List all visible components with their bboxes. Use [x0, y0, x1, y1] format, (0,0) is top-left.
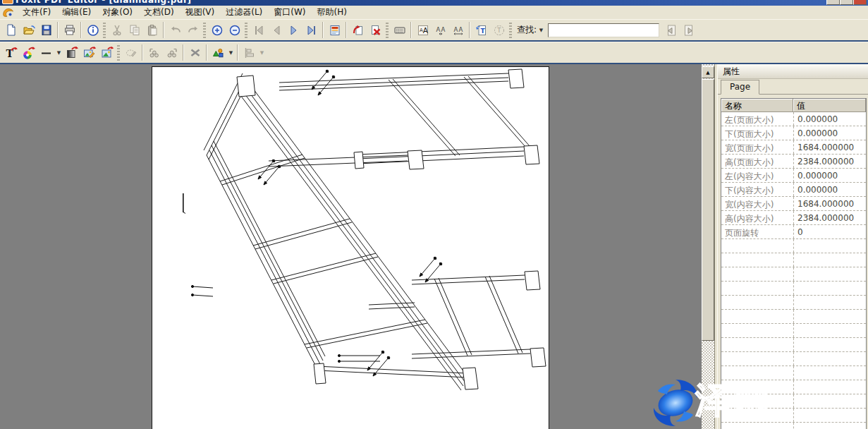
add-text-button[interactable]: T: [2, 44, 20, 61]
page-layout-button[interactable]: [326, 21, 343, 39]
toolbar-grip[interactable]: [386, 23, 389, 38]
rotate-page-button[interactable]: [349, 21, 367, 39]
property-row: 宽(页面大小)1684.000000: [721, 140, 866, 155]
save-button[interactable]: [37, 21, 55, 39]
zoom-in-button[interactable]: [208, 21, 226, 39]
add-shading-button[interactable]: [63, 44, 80, 61]
minimize-button[interactable]: [826, 0, 840, 5]
property-value[interactable]: 0.000000: [793, 126, 866, 140]
first-page-button[interactable]: [250, 21, 267, 39]
send-backward-button[interactable]: [145, 44, 163, 61]
lasso-edit-button[interactable]: [122, 44, 140, 61]
align-objects-button[interactable]: [240, 44, 258, 61]
find-group: 查找: ▼: [514, 21, 697, 39]
pdf-page[interactable]: [152, 66, 549, 429]
redo-icon: [186, 23, 200, 37]
last-page-button[interactable]: [302, 21, 320, 39]
toolbar-grip[interactable]: [509, 23, 512, 38]
edit-image-button[interactable]: [80, 44, 98, 61]
tab-page[interactable]: Page: [721, 80, 759, 95]
property-row: 高(内容大小)2384.000000: [721, 211, 866, 225]
menu-item[interactable]: 视图(V): [180, 6, 221, 19]
menu-item[interactable]: 文件(F): [17, 6, 56, 19]
find-dropdown-caret[interactable]: ▼: [537, 23, 545, 37]
import-text-button[interactable]: T: [472, 21, 490, 39]
expand-text-button[interactable]: AA: [449, 21, 467, 39]
app-icon: [2, 0, 13, 4]
standard-toolbar: AA AA AA T T 查找: ▼: [0, 19, 868, 42]
color-wheel-icon: [22, 46, 36, 60]
new-button[interactable]: [2, 21, 20, 39]
property-name: 下(页面大小): [721, 126, 793, 140]
paste-button[interactable]: [143, 21, 161, 39]
menu-item[interactable]: 帮助(H): [312, 6, 353, 19]
open-button[interactable]: [20, 21, 37, 39]
property-value[interactable]: 2384.000000: [793, 155, 866, 168]
bring-forward-button[interactable]: [163, 44, 181, 61]
property-value[interactable]: 2384.000000: [793, 211, 866, 224]
import-text-icon: T: [475, 23, 489, 37]
delete-page-button[interactable]: [367, 21, 384, 39]
property-value[interactable]: 1684.000000: [793, 197, 866, 210]
scroll-up-button[interactable]: ▲: [702, 66, 714, 78]
delete-object-button[interactable]: [186, 44, 204, 61]
property-value[interactable]: 0: [793, 225, 866, 238]
toolbar-grip[interactable]: [103, 23, 106, 38]
menu-item[interactable]: 窗口(W): [268, 6, 311, 19]
next-page-button[interactable]: [285, 21, 302, 39]
document-canvas[interactable]: [0, 64, 702, 429]
cut-button[interactable]: [108, 21, 126, 39]
close-button[interactable]: [853, 0, 867, 5]
condense-text-button[interactable]: AA: [432, 21, 449, 39]
svg-text:A: A: [453, 25, 458, 32]
property-value: [793, 409, 866, 422]
next-page-icon: [287, 23, 301, 37]
property-value[interactable]: 0.000000: [793, 112, 866, 126]
virtual-keyboard-button[interactable]: [391, 21, 408, 39]
maximize-button[interactable]: [840, 0, 853, 5]
menu-item[interactable]: 对象(O): [97, 6, 138, 19]
toolbar-grip[interactable]: [203, 23, 206, 38]
vertical-scrollbar[interactable]: ▲: [702, 64, 714, 429]
circle-text-button[interactable]: T: [490, 21, 508, 39]
add-image-button[interactable]: [98, 44, 116, 61]
previous-page-button[interactable]: [267, 21, 285, 39]
name-column-header: 名称: [721, 99, 793, 112]
zoom-out-button[interactable]: [226, 21, 243, 39]
find-next-button[interactable]: [680, 21, 697, 39]
redo-button[interactable]: [184, 21, 202, 39]
property-row: 宽(内容大小)1684.000000: [721, 197, 866, 211]
font-size-button[interactable]: AA: [414, 21, 432, 39]
property-value[interactable]: 0.000000: [793, 169, 866, 182]
find-next-icon: [682, 23, 696, 37]
find-previous-button[interactable]: [662, 21, 680, 39]
menu-item[interactable]: 过滤器(L): [220, 6, 268, 19]
insert-shape-caret[interactable]: ▼: [227, 46, 235, 60]
insert-shape-button[interactable]: [209, 44, 227, 61]
line-style-caret[interactable]: ▼: [55, 46, 63, 60]
menu-item[interactable]: 编辑(E): [56, 6, 97, 19]
find-input[interactable]: [548, 23, 659, 37]
property-value[interactable]: 0.000000: [793, 183, 866, 196]
print-button[interactable]: [61, 21, 78, 39]
toolbar-grip[interactable]: [117, 45, 120, 61]
copy-button[interactable]: [126, 21, 143, 39]
window-title: Foxit PDF Editor - [dianhuang.pdf]: [16, 0, 192, 5]
zoom-in-icon: [210, 23, 224, 37]
property-value: [793, 380, 866, 394]
toolbar-separator: [206, 44, 207, 61]
undo-button[interactable]: [166, 21, 184, 39]
align-objects-caret[interactable]: ▼: [258, 46, 266, 60]
scrollbar-thumb[interactable]: [702, 79, 714, 341]
toolbar-grip[interactable]: [245, 23, 247, 38]
document-info-button[interactable]: [84, 21, 102, 39]
application-window: Foxit PDF Editor - [dianhuang.pdf] 文件(F)…: [0, 0, 868, 429]
menu-item[interactable]: 文档(D): [138, 6, 180, 19]
property-row: 高(页面大小)2384.000000: [721, 155, 866, 169]
property-value[interactable]: 1684.000000: [793, 140, 866, 154]
property-value: [793, 310, 866, 323]
line-style-button[interactable]: [37, 44, 55, 61]
property-row: 下(内容大小)0.000000: [721, 183, 866, 197]
add-color-button[interactable]: [20, 44, 37, 61]
property-value: [793, 324, 866, 337]
